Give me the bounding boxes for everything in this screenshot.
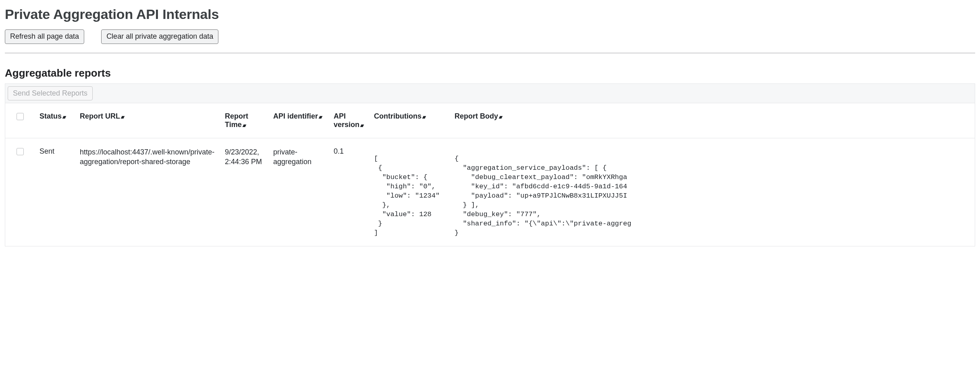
- section-actions-bar: Send Selected Reports: [5, 83, 975, 104]
- cell-report-body: { "aggregation_service_payloads": [ { "d…: [451, 138, 975, 242]
- cell-report-url: https://localhost:4437/.well-known/priva…: [76, 138, 221, 242]
- row-select-cell: [5, 138, 35, 242]
- send-selected-reports-button[interactable]: Send Selected Reports: [8, 86, 93, 101]
- cell-api-version: 0.1: [330, 138, 370, 242]
- table-header-report-url[interactable]: Report URL▴▾: [76, 109, 221, 138]
- table-header-row: Status▴▾ Report URL▴▾ Report Time▴▾ API …: [5, 109, 975, 138]
- cell-contributions: [ { "bucket": { "high": "0", "low": "123…: [370, 138, 451, 242]
- reports-table: Status▴▾ Report URL▴▾ Report Time▴▾ API …: [5, 109, 975, 242]
- table-header-select-all: [5, 109, 35, 138]
- reports-table-container: Status▴▾ Report URL▴▾ Report Time▴▾ API …: [5, 103, 975, 246]
- sort-icon: ▴▾: [62, 114, 65, 120]
- cell-status: Sent: [35, 138, 76, 242]
- table-header-report-body[interactable]: Report Body▴▾: [451, 109, 975, 138]
- table-header-label: Report Body: [455, 112, 498, 120]
- sort-icon: ▴▾: [319, 114, 321, 120]
- refresh-button[interactable]: Refresh all page data: [5, 29, 84, 44]
- top-toolbar: Refresh all page data Clear all private …: [5, 29, 975, 44]
- sort-icon: ▴▾: [422, 114, 425, 120]
- cell-report-time: 9/23/2022, 2:44:36 PM: [221, 138, 269, 242]
- page-title: Private Aggregation API Internals: [5, 6, 975, 22]
- table-header-api-identifier[interactable]: API identifier▴▾: [269, 109, 330, 138]
- table-header-label: Contributions: [374, 112, 421, 120]
- contributions-json: [ { "bucket": { "high": "0", "low": "123…: [374, 154, 446, 238]
- table-header-status[interactable]: Status▴▾: [35, 109, 76, 138]
- clear-data-button[interactable]: Clear all private aggregation data: [101, 29, 218, 44]
- section-title-aggregatable-reports: Aggregatable reports: [5, 67, 975, 79]
- table-row: Sent https://localhost:4437/.well-known/…: [5, 138, 975, 242]
- cell-api-identifier: private-aggregation: [269, 138, 330, 242]
- report-body-json: { "aggregation_service_payloads": [ { "d…: [455, 154, 971, 238]
- table-header-label: Report URL: [80, 112, 120, 120]
- table-header-api-version[interactable]: API version▴▾: [330, 109, 370, 138]
- sort-icon: ▴▾: [360, 123, 363, 128]
- sort-icon: ▴▾: [499, 114, 501, 120]
- sort-icon: ▴▾: [121, 114, 123, 120]
- select-all-checkbox[interactable]: [17, 113, 24, 120]
- table-header-label: Status: [39, 112, 62, 120]
- table-header-report-time[interactable]: Report Time▴▾: [221, 109, 269, 138]
- table-header-label: API identifier: [273, 112, 318, 120]
- sort-icon: ▴▾: [243, 123, 245, 128]
- table-header-contributions[interactable]: Contributions▴▾: [370, 109, 451, 138]
- divider: [5, 53, 975, 53]
- row-select-checkbox[interactable]: [17, 148, 24, 155]
- table-header-label: API version: [334, 112, 359, 129]
